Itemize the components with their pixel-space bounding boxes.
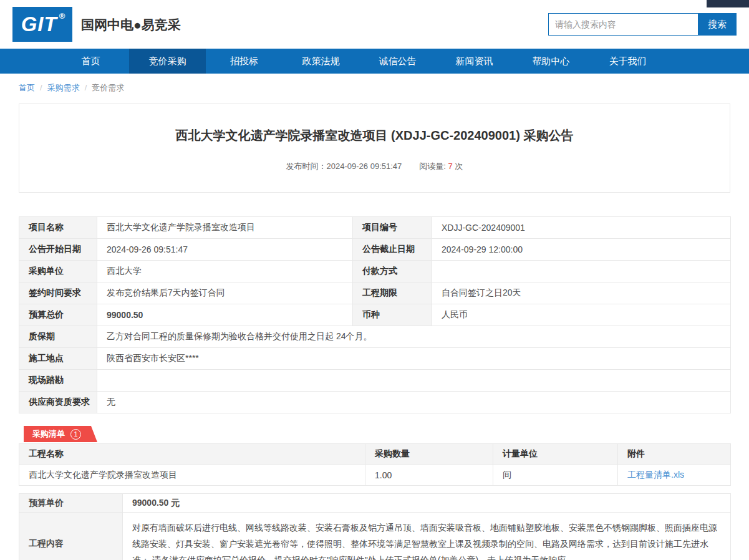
- field-label: 供应商资质要求: [19, 392, 97, 413]
- field-value: 2024-09-29 12:00:00: [432, 239, 731, 261]
- field-label: 现场踏勘: [19, 370, 97, 392]
- column-header-project-name: 工程名称: [19, 444, 365, 465]
- nav-item-help[interactable]: 帮助中心: [513, 49, 589, 74]
- info-row: 供应商资质要求 无: [19, 392, 731, 413]
- field-value: 乙方对合同工程的质量保修期为验收合格并交付使用之日起 24个月。: [97, 326, 731, 348]
- field-label: 币种: [353, 304, 432, 326]
- info-row: 公告开始日期 2024-09-26 09:51:47 公告截止日期 2024-0…: [19, 239, 731, 261]
- views-count: 7: [448, 162, 453, 171]
- breadcrumb-link-home[interactable]: 首页: [19, 83, 35, 92]
- breadcrumb-current: 竞价需求: [92, 83, 124, 92]
- breadcrumb-link-purchase-demand[interactable]: 采购需求: [47, 83, 80, 92]
- announcement-meta: 发布时间：2024-09-26 09:51:47阅读量: 7 次: [44, 161, 705, 172]
- field-value: 陕西省西安市长安区****: [97, 348, 731, 370]
- field-label: 项目名称: [19, 217, 97, 239]
- info-row: 采购单位 西北大学 付款方式: [19, 261, 731, 282]
- nav-item-integrity[interactable]: 诚信公告: [359, 49, 436, 74]
- nav-item-tender[interactable]: 招投标: [206, 49, 283, 74]
- field-label: 付款方式: [353, 261, 432, 282]
- page-title: 西北大学文化遗产学院录播室改造项目 (XDJJ-GC-202409001) 采购…: [44, 127, 705, 144]
- column-header-unit: 计量单位: [493, 444, 618, 465]
- table-header-row: 工程名称 采购数量 计量单位 附件: [19, 444, 731, 465]
- unit-price-value: 99000.50 元: [123, 494, 731, 513]
- breadcrumb: 首页/采购需求/竞价需求: [0, 74, 749, 101]
- field-label: 签约时间要求: [19, 282, 97, 304]
- nav-item-home[interactable]: 首页: [52, 49, 129, 74]
- breadcrumb-separator: /: [85, 83, 87, 92]
- info-row: 施工地点 陕西省西安市长安区****: [19, 348, 731, 370]
- topbar-corner-block: [707, 0, 749, 7]
- nav-item-news[interactable]: 新闻资讯: [436, 49, 513, 74]
- field-value: XDJJ-GC-202409001: [432, 217, 731, 239]
- purchase-list-table: 工程名称 采购数量 计量单位 附件 西北大学文化遗产学院录播室改造项目 1.00…: [19, 443, 731, 486]
- views-unit: 次: [455, 162, 463, 171]
- info-row: 项目名称 西北大学文化遗产学院录播室改造项目 项目编号 XDJJ-GC-2024…: [19, 217, 731, 239]
- registered-mark-icon: ®: [59, 11, 66, 21]
- attachment-link[interactable]: 工程量清单.xls: [627, 470, 684, 480]
- unit-price-row: 预算单价 99000.50 元: [19, 494, 731, 513]
- field-label: 采购单位: [19, 261, 97, 282]
- publish-time-value: 2024-09-26 09:51:47: [327, 162, 402, 171]
- budget-total-value: 99000.50: [97, 304, 353, 326]
- field-label: 质保期: [19, 326, 97, 348]
- field-value: 发布竞价结果后7天内签订合同: [97, 282, 353, 304]
- purchase-list-tag: 采购清单 1: [24, 426, 97, 442]
- field-value: 西北大学文化遗产学院录播室改造项目: [97, 217, 353, 239]
- announcement-card: 西北大学文化遗产学院录播室改造项目 (XDJJ-GC-202409001) 采购…: [19, 104, 730, 193]
- nav-item-policy[interactable]: 政策法规: [283, 49, 359, 74]
- field-label: 预算单价: [19, 494, 123, 513]
- work-content-row: 工程内容 对原有墙面破坏后进行电线、网线等线路改装、安装石膏板及铝方通吊顶、墙面…: [19, 513, 731, 560]
- info-row: 预算总价 99000.50 币种 人民币: [19, 304, 731, 326]
- field-label: 公告开始日期: [19, 239, 97, 261]
- purchase-list-count-badge: 1: [70, 429, 81, 440]
- views-label: 阅读量:: [419, 162, 446, 171]
- info-row: 质保期 乙方对合同工程的质量保修期为验收合格并交付使用之日起 24个月。: [19, 326, 731, 348]
- logo-text: GIT: [21, 12, 57, 36]
- field-value: [97, 370, 731, 392]
- field-label: 工程期限: [353, 282, 432, 304]
- item-unit: 间: [493, 465, 618, 486]
- column-header-quantity: 采购数量: [365, 444, 493, 465]
- field-value: 无: [97, 392, 731, 413]
- search-button[interactable]: 搜索: [698, 13, 737, 36]
- nav-item-bidding-purchase[interactable]: 竞价采购: [129, 49, 206, 74]
- search-group: 搜索: [548, 13, 737, 36]
- project-info-table: 项目名称 西北大学文化遗产学院录播室改造项目 项目编号 XDJJ-GC-2024…: [19, 216, 731, 413]
- field-value: 西北大学: [97, 261, 353, 282]
- field-value: 自合同签订之日20天: [432, 282, 731, 304]
- item-quantity: 1.00: [365, 465, 493, 486]
- breadcrumb-separator: /: [40, 83, 42, 92]
- column-header-attachment: 附件: [618, 444, 731, 465]
- purchase-list-tag-label: 采购清单: [32, 428, 65, 440]
- info-row: 现场踏勘: [19, 370, 731, 392]
- field-label: 施工地点: [19, 348, 97, 370]
- search-input[interactable]: [548, 13, 698, 36]
- field-value: [432, 261, 731, 282]
- page-header: GIT® 国网中电●易竞采 搜索: [0, 0, 749, 49]
- nav-item-about[interactable]: 关于我们: [589, 49, 666, 74]
- site-brand-title: 国网中电●易竞采: [81, 16, 181, 34]
- info-row: 签约时间要求 发布竞价结果后7天内签订合同 工程期限 自合同签订之日20天: [19, 282, 731, 304]
- field-label: 项目编号: [353, 217, 432, 239]
- site-logo[interactable]: GIT®: [12, 7, 72, 42]
- field-value: 2024-09-26 09:51:47: [97, 239, 353, 261]
- table-row: 西北大学文化遗产学院录播室改造项目 1.00 间 工程量清单.xls: [19, 465, 731, 486]
- field-label: 公告截止日期: [353, 239, 432, 261]
- main-nav: 首页 竞价采购 招投标 政策法规 诚信公告 新闻资讯 帮助中心 关于我们: [0, 49, 749, 74]
- field-label: 预算总价: [19, 304, 97, 326]
- work-content-text: 对原有墙面破坏后进行电线、网线等线路改装、安装石膏板及铝方通吊顶、墙面安装吸音板…: [123, 513, 731, 560]
- publish-time-label: 发布时间：: [286, 162, 327, 171]
- field-label: 工程内容: [19, 513, 123, 560]
- price-content-table: 预算单价 99000.50 元 工程内容 对原有墙面破坏后进行电线、网线等线路改…: [19, 493, 731, 560]
- field-value: 人民币: [432, 304, 731, 326]
- item-name: 西北大学文化遗产学院录播室改造项目: [19, 465, 365, 486]
